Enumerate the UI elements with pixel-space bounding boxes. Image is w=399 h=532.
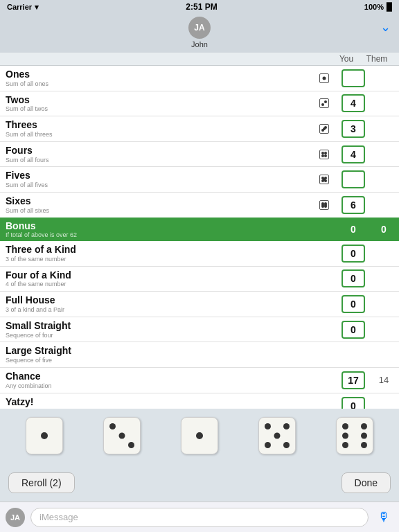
chance-subtitle: Any combination [6, 382, 310, 390]
row-twos: Twos Sum of all twos 4 [0, 91, 399, 117]
bonus-them-score: 0 [369, 224, 399, 235]
twos-you-score[interactable]: 4 [338, 94, 369, 112]
status-right: 100% ▉ [364, 3, 392, 12]
chevron-down-icon[interactable]: ⌄ [380, 19, 391, 35]
four-of-kind-subtitle: 4 of the same number [6, 281, 310, 288]
dice-area [0, 409, 399, 463]
carrier-label: Carrier [7, 3, 32, 11]
die-4[interactable] [258, 417, 296, 454]
battery-icon: ▉ [387, 3, 392, 12]
row-threes: Threes Sum of all threes 3 [0, 116, 399, 142]
column-headers: You Them [0, 53, 399, 66]
yatzy-title: Yatzy! [6, 396, 310, 408]
fours-you-score[interactable]: 4 [338, 145, 369, 163]
die-3[interactable] [181, 417, 218, 454]
header: JA John ⌄ [0, 14, 399, 53]
die-5[interactable] [336, 417, 373, 454]
small-straight-title: Small Straight [6, 320, 310, 332]
full-house-you-score[interactable]: 0 [338, 295, 369, 313]
sixes-dice [310, 200, 338, 210]
three-of-kind-you-score[interactable]: 0 [338, 245, 369, 263]
chance-you-score[interactable]: 17 [338, 371, 369, 389]
sixes-title: Sixes [6, 195, 310, 207]
row-fours: Fours Sum of all fours 4 [0, 142, 399, 168]
row-sixes: Sixes Sum of all sixes 6 [0, 193, 399, 218]
large-straight-title: Large Straight [6, 345, 310, 357]
imessage-placeholder: iMessage [39, 512, 78, 522]
small-straight-you-score[interactable]: 0 [338, 321, 369, 339]
reroll-button[interactable]: Reroll (2) [8, 472, 75, 493]
row-chance: Chance Any combination 17 14 [0, 368, 399, 393]
sixes-subtitle: Sum of all sixes [6, 207, 310, 215]
bonus-you-score: 0 [338, 224, 369, 235]
status-bar: Carrier ▾ 2:51 PM 100% ▉ [0, 0, 399, 14]
threes-title: Threes [6, 119, 310, 131]
imessage-avatar: JA [6, 508, 25, 527]
col-them-header: Them [362, 54, 392, 64]
bonus-title: Bonus [6, 220, 338, 231]
twos-dice [310, 98, 338, 108]
twos-title: Twos [6, 94, 310, 106]
fives-subtitle: Sum of all fives [6, 181, 310, 189]
full-house-subtitle: 3 of a kind and a Pair [6, 306, 310, 314]
three-of-kind-title: Three of a Kind [6, 244, 310, 256]
threes-you-score[interactable]: 3 [338, 120, 369, 138]
row-small-straight: Small Straight Sequence of four 0 [0, 317, 399, 343]
avatar: JA [188, 17, 211, 39]
row-fives: Fives Sum of all fives [0, 167, 399, 193]
fours-title: Fours [6, 145, 310, 157]
fours-subtitle: Sum of all fours [6, 157, 310, 164]
ones-dice [310, 73, 338, 83]
bonus-row: Bonus If total of above is over 62 0 0 [0, 218, 399, 241]
ones-subtitle: Sum of all ones [6, 80, 310, 88]
sixes-you-score[interactable]: 6 [338, 196, 369, 214]
four-of-kind-title: Four of a Kind [6, 269, 310, 281]
threes-subtitle: Sum of all threes [6, 131, 310, 139]
row-four-of-kind: Four of a Kind 4 of the same number 0 [0, 267, 399, 292]
chance-title: Chance [6, 371, 310, 382]
bonus-subtitle: If total of above is over 62 [6, 231, 338, 238]
fours-dice [310, 150, 338, 159]
score-table: Ones Sum of all ones Twos Sum of all two… [0, 66, 399, 218]
row-large-straight: Large Straight Sequence of five [0, 342, 399, 368]
full-house-title: Full House [6, 294, 310, 306]
fives-you-score[interactable] [338, 170, 369, 188]
row-full-house: Full House 3 of a kind and a Pair 0 [0, 292, 399, 317]
chance-them-score: 14 [369, 375, 399, 385]
four-of-kind-you-score[interactable]: 0 [338, 269, 369, 287]
threes-dice [310, 124, 338, 134]
die-2[interactable] [103, 417, 141, 454]
fives-dice [310, 175, 338, 184]
ones-title: Ones [6, 69, 310, 80]
imessage-input[interactable]: iMessage [30, 508, 369, 527]
fives-title: Fives [6, 170, 310, 181]
imessage-bar: JA iMessage 🎙 [0, 502, 399, 532]
status-left: Carrier ▾ [7, 3, 39, 12]
large-straight-subtitle: Sequence of five [6, 357, 310, 364]
player-name: John [191, 40, 208, 48]
microphone-icon[interactable]: 🎙 [374, 508, 393, 527]
three-of-kind-subtitle: 3 of the same number [6, 256, 310, 263]
twos-subtitle: Sum of all twos [6, 105, 310, 113]
small-straight-subtitle: Sequence of four [6, 332, 310, 339]
col-you-header: You [331, 54, 362, 64]
battery-label: 100% [364, 3, 384, 11]
row-three-of-kind: Three of a Kind 3 of the same number 0 [0, 241, 399, 267]
action-buttons: Reroll (2) Done [0, 472, 399, 493]
ones-you-score[interactable] [338, 69, 369, 87]
status-time: 2:51 PM [186, 2, 217, 12]
wifi-icon: ▾ [35, 3, 39, 12]
row-ones: Ones Sum of all ones [0, 66, 399, 91]
lower-section: Three of a Kind 3 of the same number 0 F… [0, 241, 399, 418]
done-button[interactable]: Done [342, 472, 391, 493]
die-1[interactable] [26, 417, 63, 454]
